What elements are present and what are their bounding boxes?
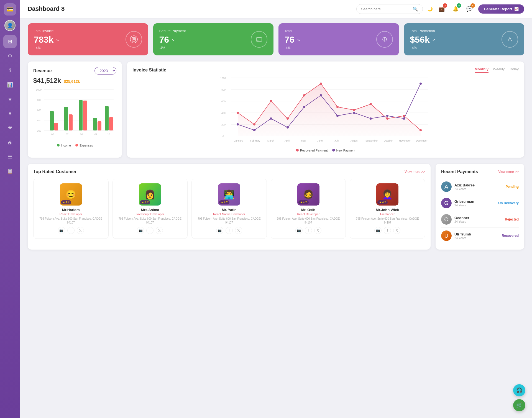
payment-avatar-0: A [441,181,452,192]
stat-trend-arrow-invoice: ↘ [56,38,59,42]
year-select[interactable]: 202320222021 [94,67,116,75]
svg-text:December: December [416,139,428,142]
payment-status-0: Pending [506,185,519,189]
bell-btn[interactable]: 🔔 12 [451,4,461,14]
svg-text:March: March [267,139,274,142]
rating-badge-1: ★ 4.2 [140,200,150,204]
search-box[interactable]: 🔍 [356,4,423,14]
sidebar-item-heart[interactable]: ♥ [3,107,17,120]
twitter-icon-4[interactable]: 𝕏 [393,227,400,234]
payment-info-2: Oconner 24 Years [454,216,502,223]
revenue-bar-chart: 1000 800 600 400 200 [33,87,116,142]
facebook-icon-1[interactable]: f [146,227,154,234]
payment-name-3: Uli Trumb [454,232,499,236]
svg-text:0: 0 [222,135,224,138]
twitter-icon-2[interactable]: 𝕏 [235,227,242,234]
customer-name-1: Mrs.Asima [116,208,185,212]
instagram-icon-1[interactable]: 📷 [137,227,144,234]
svg-text:October: October [384,139,393,142]
tab-monthly[interactable]: Monthly [475,67,488,73]
svg-text:07: 07 [66,133,68,136]
cart-icon: 🛒 [516,402,522,408]
payments-view-more[interactable]: View more >> [498,170,519,174]
payments-card: Recent Payments View more >> A Aziz Bakr… [436,164,524,250]
customer-name-3: Mr. Osib [274,208,343,212]
sidebar-item-analytics[interactable]: 📊 [3,78,17,91]
payments-title: Recent Payments [441,169,478,174]
sidebar-item-info[interactable]: ℹ [3,64,17,77]
tab-weekly[interactable]: Weekly [493,67,505,73]
svg-point-53 [320,83,322,85]
revenue-compare: $25,612k [64,79,80,84]
svg-text:August: August [351,139,359,142]
stat-label-total: Total [285,29,300,33]
chart-icon: 📈 [514,7,519,11]
customer-socials-1: 📷 f 𝕏 [116,227,185,234]
list-item: U Uli Trumb 24 Years Recovered [441,228,519,244]
facebook-icon-2[interactable]: f [226,227,233,234]
instagram-icon-3[interactable]: 📷 [295,227,303,234]
invoice-chart-card: Invoice Statistic Monthly Weekly Today [127,61,524,158]
tab-today[interactable]: Today [509,67,519,73]
payment-years-0: 24 Years [454,187,503,191]
twitter-icon-3[interactable]: 𝕏 [314,227,321,234]
svg-rect-29 [109,117,113,130]
svg-rect-24 [79,100,83,130]
generate-report-button[interactable]: Generate Report 📈 [478,4,524,14]
charts-row: Revenue 202320222021 $41,512k $25,612k [28,61,524,158]
customer-socials-2: 📷 f 𝕏 [195,227,264,234]
stat-value-promotion: $56k [410,35,430,45]
customer-role-3: React Developer [274,212,343,216]
revenue-value: $41,512k [33,77,61,84]
payment-info-3: Uli Trumb 24 Years [454,232,499,240]
svg-rect-27 [98,121,101,130]
svg-text:November: November [399,139,411,142]
twitter-icon-0[interactable]: 𝕏 [77,227,84,234]
rating-badge-0: ★ 4.2 [61,200,71,204]
instagram-icon-4[interactable]: 📷 [374,227,382,234]
support-float-button[interactable]: 🎧 [513,384,525,396]
sidebar-item-list[interactable]: 📋 [3,165,17,178]
revenue-chart-header: Revenue 202320222021 [33,67,116,75]
list-item: 🧔 ★ 4.2 Mr. Osib React Developer 795 Fol… [271,179,346,239]
facebook-icon-0[interactable]: f [67,227,75,234]
darkmode-icon[interactable]: 🌙 [427,6,433,12]
stat-icon-promotion [502,31,518,48]
payment-status-2: Rejected [505,217,519,221]
svg-text:February: February [250,139,260,142]
sidebar-logo: 💳 [4,3,16,16]
svg-text:January: January [234,139,243,142]
svg-point-51 [287,117,289,120]
twitter-icon-1[interactable]: 𝕏 [156,227,163,234]
sidebar-item-settings[interactable]: ⚙ [3,49,17,63]
sidebar-item-star[interactable]: ★ [3,93,17,106]
list-item: G Griezerman 24 Years On Recovery [441,195,519,211]
cart-float-button[interactable]: 🛒 [513,399,525,411]
facebook-icon-3[interactable]: f [305,227,312,234]
customers-view-more[interactable]: View more >> [405,170,425,174]
revenue-legend: Income Expenses [33,144,116,147]
search-input[interactable] [361,7,410,11]
customer-photo-0: 😊 ★ 4.2 [60,183,82,206]
customer-grid: 😊 ★ 4.2 Mr.Hariom React Developer 795 Fo… [33,179,425,239]
svg-text:September: September [365,139,378,142]
svg-rect-6 [257,40,259,40]
svg-point-60 [237,123,239,125]
instagram-icon-2[interactable]: 📷 [216,227,223,234]
avatar[interactable]: 👤 [4,20,16,31]
wallet-btn[interactable]: 💼 2 [437,4,447,14]
sidebar-item-menu[interactable]: ☰ [3,150,17,163]
legend-recovered: Recovered Payment [300,149,328,152]
sidebar-item-print[interactable]: 🖨 [3,136,17,149]
instagram-icon-0[interactable]: 📷 [58,227,65,234]
stat-label-invoice: Total invoice [34,29,59,33]
customer-address-2: 795 Folsom Ave, Suite 600 San Francisco,… [195,217,264,225]
facebook-icon-4[interactable]: f [384,227,391,234]
stat-trend-arrow-payment: ↘ [171,38,175,42]
legend-expense: Expenses [80,144,93,147]
svg-text:June: June [317,139,323,142]
sidebar-item-dashboard[interactable]: ⊞ [3,35,17,48]
sidebar-item-heart2[interactable]: ❤ [3,121,17,135]
stat-card-promotion: Total Promotion $56k ↗ +4% [404,23,525,55]
chat-btn[interactable]: 💬 5 [464,4,474,14]
